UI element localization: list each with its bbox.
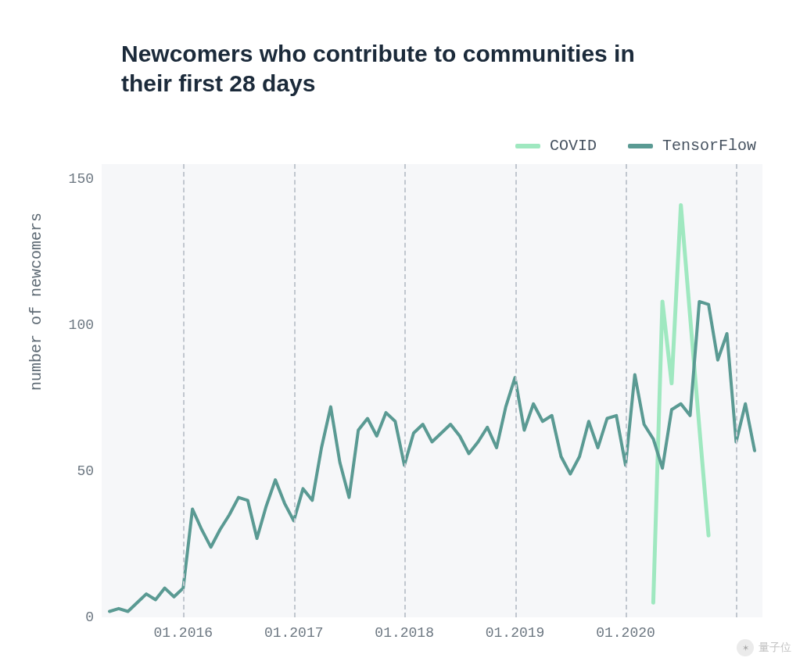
y-tick-label: 0	[55, 609, 94, 625]
legend-label-covid: COVID	[550, 137, 597, 155]
legend-swatch-tensorflow	[628, 144, 653, 148]
x-tick-label: 01.2017	[264, 625, 324, 641]
legend-item-tensorflow: TensorFlow	[628, 137, 756, 155]
wechat-icon: ✶	[737, 639, 754, 656]
legend-label-tensorflow: TensorFlow	[662, 137, 756, 155]
y-tick-label: 150	[55, 171, 94, 187]
gridline	[294, 164, 296, 617]
watermark-text: 量子位	[759, 641, 791, 655]
y-axis-label: number of newcomers	[27, 213, 45, 391]
legend-swatch-covid	[515, 144, 540, 148]
gridline	[626, 164, 627, 617]
x-tick-label: 01.2020	[596, 625, 655, 641]
x-tick-label: 01.2018	[375, 625, 434, 641]
x-tick-label: 01.2016	[153, 625, 213, 641]
gridline	[736, 164, 737, 617]
gridline	[515, 164, 517, 617]
gridline	[404, 164, 406, 617]
x-tick-label: 01.2019	[486, 625, 545, 641]
y-tick-label: 100	[55, 317, 94, 333]
legend-item-covid: COVID	[515, 137, 597, 155]
chart-title: Newcomers who contribute to communities …	[121, 39, 684, 98]
chart-container: Newcomers who contribute to communities …	[0, 0, 807, 672]
y-tick-label: 50	[55, 463, 94, 479]
gridline	[183, 164, 185, 617]
plot-area: 01.201601.201701.201801.201901.202005010…	[102, 164, 762, 617]
chart-lines-svg	[102, 164, 762, 617]
watermark: ✶ 量子位	[737, 639, 791, 656]
series-line-tensorflow	[109, 302, 755, 612]
legend: COVID TensorFlow	[515, 137, 756, 155]
